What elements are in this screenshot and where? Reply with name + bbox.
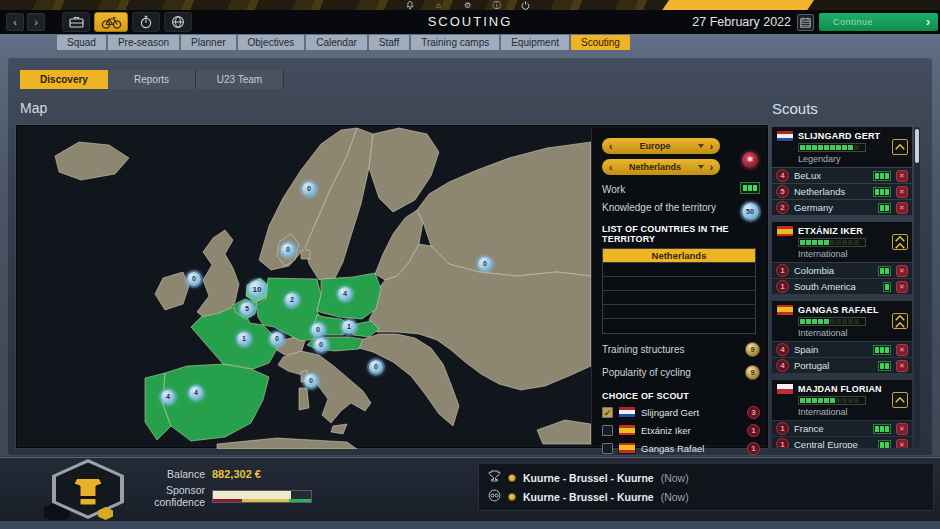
- scout-checkbox[interactable]: [602, 443, 613, 454]
- scout-level-bar: [798, 317, 866, 326]
- tab-equipment[interactable]: Equipment: [501, 35, 569, 50]
- subtab-reports[interactable]: Reports: [108, 70, 196, 89]
- map-badge-germany[interactable]: 2: [285, 293, 299, 307]
- collapse-scout-button[interactable]: [892, 313, 908, 329]
- bell-icon[interactable]: [405, 1, 414, 10]
- globe-icon[interactable]: [164, 12, 192, 32]
- event-status-dot: [508, 474, 516, 482]
- map-badge-austria[interactable]: 0: [311, 323, 325, 337]
- power-icon[interactable]: [521, 1, 530, 10]
- scout-name: MAJDAN FLORIAN: [798, 384, 882, 394]
- info-icon[interactable]: ⓘ: [492, 1, 501, 10]
- tab-objectives[interactable]: Objectives: [238, 35, 305, 50]
- next-continent-arrow[interactable]: ›: [710, 141, 713, 152]
- map-badge-italy[interactable]: 0: [304, 374, 318, 388]
- chevron-right-icon: ›: [926, 15, 930, 29]
- scout-mission-row-france: 1France✕: [772, 421, 912, 436]
- remove-mission-button[interactable]: ✕: [896, 265, 908, 277]
- country-row-empty[interactable]: [603, 291, 755, 305]
- tab-planner[interactable]: Planner: [181, 35, 235, 50]
- tab-squad[interactable]: Squad: [57, 35, 106, 50]
- scout-checkbox[interactable]: ✓: [602, 407, 613, 418]
- country-row-empty[interactable]: [603, 305, 755, 319]
- scout-option-slijngard-gert: ✓Slijngard Gert3: [602, 405, 760, 419]
- map-badge-denmark[interactable]: 0: [281, 243, 295, 257]
- mission-region: France: [794, 423, 868, 434]
- map-badge-romania[interactable]: 0: [369, 360, 383, 374]
- tab-pre-season[interactable]: Pre-season: [108, 35, 179, 50]
- scout-info: ETXÁNIZ IKERInternational: [798, 226, 866, 259]
- calendar-icon[interactable]: [797, 14, 814, 31]
- map-badge-poland[interactable]: 4: [338, 287, 352, 301]
- scouts-scrollbar[interactable]: [914, 127, 920, 448]
- event-row-kuurne-brussel-kuurne[interactable]: Kuurne - Brussel - Kuurne(Now): [488, 468, 924, 487]
- next-country-arrow[interactable]: ›: [710, 162, 713, 173]
- scouts-list: SLIJNGARD GERTLegendary4BeLux✕5Netherlan…: [772, 127, 912, 448]
- app-window: ⌂ ⚙ ⓘ ‹ › SCOUTING 27 Febru: [0, 0, 940, 529]
- sponsor-confidence-label: Sponsor confidence: [120, 484, 212, 508]
- map-badge-russia[interactable]: 0: [478, 257, 492, 271]
- continue-button[interactable]: Continue ›: [819, 13, 938, 31]
- country-row-netherlands[interactable]: Netherlands: [603, 249, 755, 263]
- collapse-scout-button[interactable]: [892, 392, 908, 408]
- mission-region: Germany: [794, 202, 873, 213]
- scout-mission-row-germany: 2Germany✕: [772, 200, 912, 215]
- map-badge-scandinavia[interactable]: 0: [302, 182, 316, 196]
- home-icon[interactable]: ⌂: [434, 1, 443, 10]
- scrollbar-thumb[interactable]: [915, 129, 919, 163]
- main-tab-bar: SquadPre-seasonPlannerObjectivesCalendar…: [57, 35, 630, 50]
- country-value: Netherlands: [612, 162, 697, 172]
- subtab-u23-team[interactable]: U23 Team: [196, 70, 284, 89]
- map-badge-belgium[interactable]: 5: [240, 302, 254, 316]
- flag-icon-nl: [777, 131, 793, 141]
- chevron-down-icon: [698, 165, 704, 169]
- remove-mission-button[interactable]: ✕: [896, 344, 908, 356]
- map-badge-united-kingdom[interactable]: 0: [187, 272, 201, 286]
- nav-back-button[interactable]: ‹: [6, 13, 24, 31]
- event-row-kuurne-brussel-kuurne[interactable]: Kuurne - Brussel - Kuurne(Now): [488, 487, 924, 506]
- remove-mission-button[interactable]: ✕: [896, 202, 908, 214]
- remove-mission-button[interactable]: ✕: [896, 423, 908, 435]
- map-badge-spain[interactable]: 4: [189, 386, 203, 400]
- map-badge-netherlands[interactable]: 10: [249, 281, 266, 298]
- country-row-empty[interactable]: [603, 319, 755, 333]
- mission-count: 1: [776, 422, 789, 435]
- remove-mission-button[interactable]: ✕: [896, 281, 908, 293]
- remove-mission-button[interactable]: ✕: [896, 186, 908, 198]
- tab-scouting[interactable]: Scouting: [571, 35, 630, 50]
- collapse-scout-button[interactable]: [892, 139, 908, 155]
- scout-card-gangas-rafael: GANGAS RAFAELInternational4Spain✕4Portug…: [772, 301, 912, 373]
- bike-icon[interactable]: [94, 12, 128, 32]
- country-row-empty[interactable]: [603, 263, 755, 277]
- nav-forward-button[interactable]: ›: [27, 13, 45, 31]
- map-badge-hungary[interactable]: 0: [314, 338, 328, 352]
- remove-mission-button[interactable]: ✕: [896, 439, 908, 449]
- country-row-empty[interactable]: [603, 277, 755, 291]
- remove-mission-button[interactable]: ✕: [896, 360, 908, 372]
- remove-mission-button[interactable]: ✕: [896, 170, 908, 182]
- continent-dropdown[interactable]: ‹ Europe ›: [602, 138, 720, 154]
- collapse-scout-button[interactable]: [892, 234, 908, 250]
- scout-mission-row-central-europe: 1Central Europe✕: [772, 437, 912, 448]
- title-bar: ‹ › SCOUTING 27 February 2022 Con: [0, 10, 940, 34]
- scout-info: GANGAS RAFAELInternational: [798, 305, 879, 338]
- briefcase-icon[interactable]: [62, 12, 90, 32]
- scout-class: International: [798, 249, 866, 259]
- map-badge-portugal[interactable]: 4: [161, 390, 175, 404]
- tab-staff[interactable]: Staff: [369, 35, 409, 50]
- country-dropdown[interactable]: ‹ Netherlands ›: [602, 159, 720, 175]
- tab-calendar[interactable]: Calendar: [306, 35, 367, 50]
- stopwatch-icon[interactable]: [132, 12, 160, 32]
- map-badge-switzerland[interactable]: 0: [270, 332, 284, 346]
- tab-training-camps[interactable]: Training camps: [411, 35, 499, 50]
- gear-icon[interactable]: ⚙: [463, 1, 472, 10]
- chevron-down-icon: [698, 144, 704, 148]
- scout-mission-row-spain: 4Spain✕: [772, 342, 912, 357]
- scout-checkbox[interactable]: [602, 425, 613, 436]
- scout-option-count: 1: [747, 424, 760, 437]
- subtab-discovery[interactable]: Discovery: [20, 70, 108, 89]
- map-badge-slovakia[interactable]: 1: [342, 320, 356, 334]
- work-meter: [740, 182, 760, 194]
- mission-region: Spain: [794, 344, 868, 355]
- map-badge-france[interactable]: 1: [237, 332, 251, 346]
